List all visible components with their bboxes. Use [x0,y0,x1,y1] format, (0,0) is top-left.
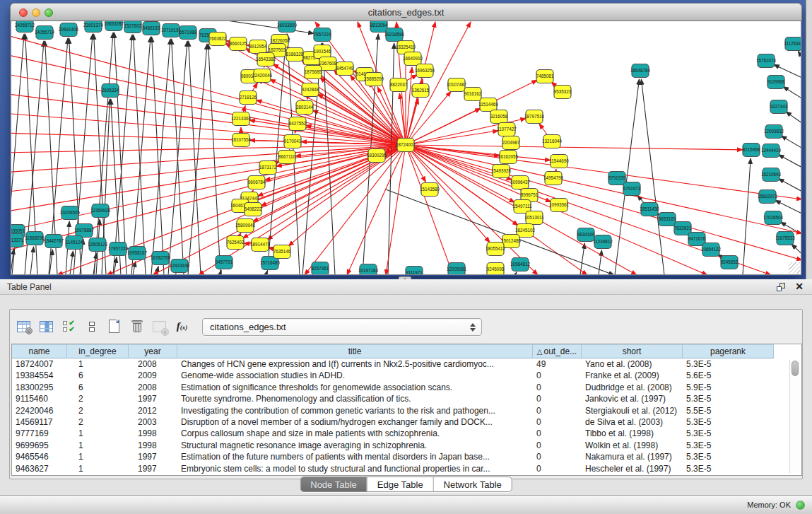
graph-node[interactable]: 16033809 [277,21,298,33]
graph-node[interactable]: 15493928 [491,165,512,178]
table-row[interactable]: 1872400712008Changes of HCN gene express… [12,358,801,370]
column-header-name[interactable]: name [12,344,67,358]
graph-node[interactable]: 8912954 [249,40,267,54]
graph-node[interactable]: 16210643 [761,168,782,182]
vertical-scrollbar[interactable] [789,360,800,473]
table-row[interactable]: 1938455462009Genome-wide association stu… [12,370,801,381]
graph-node[interactable]: 24055712 [15,21,35,33]
graph-node[interactable]: 8454749 [336,62,354,76]
graph-node[interactable]: 11514469 [478,98,498,112]
graph-node[interactable]: 12359928 [90,204,111,218]
new-file-icon[interactable] [105,316,124,337]
graph-node[interactable]: 8667110 [278,151,296,164]
graph-node[interactable]: 10654122 [701,243,722,257]
graph-node[interactable]: 15143580 [420,183,440,197]
graph-node[interactable]: 10958167 [127,247,148,260]
delete-trash-icon[interactable] [127,316,146,337]
scrollbar-thumb[interactable] [792,361,799,376]
column-header-title[interactable]: title [177,344,533,358]
graph-node[interactable]: 20691406 [59,23,79,37]
graph-node[interactable]: 12923448 [170,259,190,273]
graph-node[interactable]: 6466163 [143,22,160,35]
graph-node[interactable]: 9606784 [248,176,266,189]
table-row[interactable]: 946362711997Embryonic stem cells: a mode… [12,463,801,474]
graph-node[interactable]: 8822037 [390,78,408,92]
graph-node[interactable]: 1873172 [259,161,277,175]
row-height-icon[interactable] [82,316,101,337]
graph-node[interactable]: 10984812 [510,258,531,271]
graph-node[interactable]: 8660125 [230,37,247,51]
column-header-in_degree[interactable]: in_degree [67,344,129,358]
graph-node[interactable]: 1875685 [305,66,322,79]
float-window-icon[interactable] [777,282,787,292]
graph-node[interactable]: 13442787 [44,235,64,248]
graph-node[interactable]: 7857224 [314,28,331,42]
table-row[interactable]: 2242004622012Investigating the contribut… [12,405,801,416]
graph-node[interactable]: 8791939 [608,172,626,185]
table-row[interactable]: 1456911722003Disruption of a novel membe… [12,416,801,428]
graph-node[interactable]: 12093832 [764,125,784,139]
graph-node[interactable]: 8813054 [370,21,388,33]
graph-node[interactable]: 9245652 [721,256,739,269]
graph-node[interactable]: 16543382 [256,53,276,66]
column-chooser-icon[interactable] [37,316,56,337]
network-table-select[interactable]: citations_edges.txt [202,318,482,336]
graph-node[interactable]: 14055714 [35,26,55,40]
graph-node[interactable]: 18055412 [486,243,506,256]
graph-node[interactable]: 12213363 [231,112,252,126]
graph-node[interactable]: 17016504 [763,211,784,225]
graph-node[interactable]: 1362615 [412,84,430,98]
column-header-year[interactable]: year [129,344,177,358]
graph-node[interactable]: 11125344 [784,37,801,51]
graph-node[interactable]: 12505123 [88,238,108,252]
select-rows-icon[interactable]: ✔ ✔ [59,316,78,337]
graph-node[interactable]: 9457791 [216,256,233,269]
graph-node[interactable]: 2718126 [240,91,257,105]
graph-node[interactable]: 10513011 [524,211,544,225]
tab-node-table[interactable]: Node Table [300,477,367,491]
graph-node[interactable]: 15885209 [364,73,384,86]
graph-node[interactable]: 22420046 [252,69,273,83]
graph-node[interactable]: 10653287 [104,21,124,31]
graph-node[interactable]: 7625402 [227,236,245,250]
graph-node[interactable]: 9245098 [487,263,505,276]
graph-node[interactable]: 18914479 [250,238,271,252]
function-builder-icon[interactable]: f(x) [172,316,192,337]
graph-node[interactable]: 12444419 [761,144,782,158]
close-icon[interactable]: ✕ [795,281,804,292]
graph-node[interactable]: 10107487 [447,78,467,92]
graph-node[interactable]: 10197183 [358,264,379,276]
graph-node[interactable]: 9227343 [770,100,788,114]
column-header-pagerank[interactable]: pagerank [683,344,774,358]
graph-node[interactable]: 11077427 [497,123,517,136]
graph-node[interactable]: 15751074 [756,54,777,68]
graph-node[interactable]: 10975887 [74,224,95,238]
graph-node[interactable]: 18300295 [367,149,387,163]
graph-node[interactable]: 2204987 [502,136,520,150]
graph-node[interactable]: 15809948 [235,219,256,233]
graph-node[interactable]: 11675533 [775,232,795,245]
graph-node[interactable]: 14954799 [543,172,564,185]
table-row[interactable]: 969969511998Structural magnetic resonanc… [12,440,801,451]
graph-node[interactable]: 18107554 [231,134,252,147]
table-row[interactable]: 977716911998Corpus callosum shape and si… [12,428,801,439]
graph-node[interactable]: 12005981 [447,263,467,276]
table-settings-icon[interactable]: ⚙ [14,316,33,337]
table-row[interactable]: 1830029562008Estimation of significance … [12,382,801,393]
graph-node[interactable]: 17957223 [108,243,129,256]
graph-node[interactable]: 19218596 [384,28,405,42]
graph-node[interactable]: 10719195 [161,24,182,37]
column-header-out_de[interactable]: △out_de... [533,344,582,358]
graph-node[interactable]: 2605334 [102,84,119,98]
graph-node[interactable]: 16162055 [498,151,519,164]
graph-node[interactable]: 18511430 [640,203,659,216]
graph-node[interactable]: 9634169 [577,228,595,242]
column-header-short[interactable]: short [582,344,683,358]
graph-node[interactable]: 3216058 [490,110,508,124]
graph-node[interactable]: 10996437 [510,176,531,189]
graph-node[interactable]: 1145124 [66,236,83,250]
graph-node[interactable]: 11568296 [25,232,45,245]
graph-node[interactable]: 9242848 [302,83,319,97]
graph-node[interactable]: 16963254 [415,64,435,78]
graph-node[interactable]: 20206505 [60,206,81,220]
